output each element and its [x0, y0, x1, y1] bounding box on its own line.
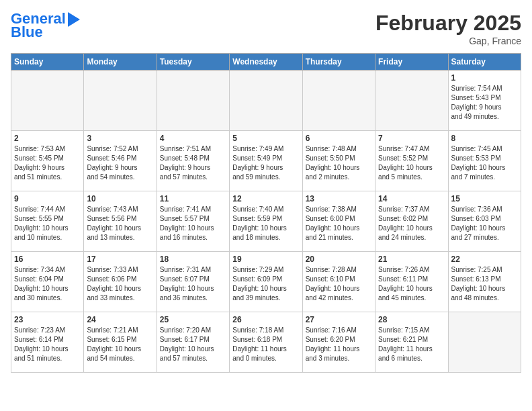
day-number: 23 — [14, 315, 81, 324]
day-number: 9 — [14, 194, 81, 203]
day-info: Sunrise: 7:18 AM Sunset: 6:18 PM Dayligh… — [232, 326, 299, 363]
day-number: 12 — [232, 194, 299, 203]
day-cell: 4Sunrise: 7:51 AM Sunset: 5:48 PM Daylig… — [157, 131, 229, 191]
logo-arrow-icon — [68, 12, 80, 27]
col-header-sunday: Sunday — [11, 54, 84, 71]
day-number: 24 — [87, 315, 153, 324]
day-cell: 18Sunrise: 7:31 AM Sunset: 6:07 PM Dayli… — [157, 252, 229, 312]
day-cell — [230, 71, 302, 131]
day-info: Sunrise: 7:53 AM Sunset: 5:45 PM Dayligh… — [14, 144, 81, 182]
day-info: Sunrise: 7:29 AM Sunset: 6:09 PM Dayligh… — [232, 265, 299, 303]
day-info: Sunrise: 7:25 AM Sunset: 6:13 PM Dayligh… — [451, 265, 518, 303]
day-info: Sunrise: 7:26 AM Sunset: 6:11 PM Dayligh… — [378, 265, 445, 303]
day-cell: 28Sunrise: 7:15 AM Sunset: 6:21 PM Dayli… — [375, 312, 448, 373]
page-header: General Blue February 2025 Gap, France — [11, 11, 521, 46]
week-row-1: 1Sunrise: 7:54 AM Sunset: 5:43 PM Daylig… — [11, 71, 521, 131]
day-info: Sunrise: 7:37 AM Sunset: 6:02 PM Dayligh… — [378, 205, 445, 242]
day-cell: 24Sunrise: 7:21 AM Sunset: 6:15 PM Dayli… — [84, 312, 157, 373]
day-number: 4 — [160, 134, 226, 143]
day-cell — [11, 71, 84, 131]
day-info: Sunrise: 7:43 AM Sunset: 5:56 PM Dayligh… — [87, 205, 153, 242]
day-number: 26 — [232, 315, 299, 324]
day-cell: 23Sunrise: 7:23 AM Sunset: 6:14 PM Dayli… — [11, 312, 84, 373]
col-header-thursday: Thursday — [302, 54, 375, 71]
week-row-4: 16Sunrise: 7:34 AM Sunset: 6:04 PM Dayli… — [11, 252, 521, 312]
day-cell: 8Sunrise: 7:45 AM Sunset: 5:53 PM Daylig… — [448, 131, 521, 191]
day-info: Sunrise: 7:52 AM Sunset: 5:46 PM Dayligh… — [87, 144, 153, 182]
day-number: 6 — [306, 134, 372, 143]
day-cell: 13Sunrise: 7:38 AM Sunset: 6:00 PM Dayli… — [302, 191, 375, 252]
day-info: Sunrise: 7:48 AM Sunset: 5:50 PM Dayligh… — [306, 144, 372, 182]
day-info: Sunrise: 7:45 AM Sunset: 5:53 PM Dayligh… — [451, 144, 518, 182]
day-cell: 5Sunrise: 7:49 AM Sunset: 5:49 PM Daylig… — [230, 131, 302, 191]
col-header-saturday: Saturday — [448, 54, 521, 71]
day-cell: 21Sunrise: 7:26 AM Sunset: 6:11 PM Dayli… — [375, 252, 448, 312]
day-info: Sunrise: 7:15 AM Sunset: 6:21 PM Dayligh… — [378, 326, 445, 363]
day-cell — [84, 71, 157, 131]
day-info: Sunrise: 7:54 AM Sunset: 5:43 PM Dayligh… — [451, 84, 518, 122]
day-cell: 27Sunrise: 7:16 AM Sunset: 6:20 PM Dayli… — [302, 312, 375, 373]
day-info: Sunrise: 7:33 AM Sunset: 6:06 PM Dayligh… — [87, 265, 153, 303]
day-number: 28 — [378, 315, 445, 324]
day-number: 17 — [87, 255, 153, 264]
day-number: 22 — [451, 255, 518, 264]
day-cell: 2Sunrise: 7:53 AM Sunset: 5:45 PM Daylig… — [11, 131, 84, 191]
day-cell: 7Sunrise: 7:47 AM Sunset: 5:52 PM Daylig… — [375, 131, 448, 191]
day-cell: 22Sunrise: 7:25 AM Sunset: 6:13 PM Dayli… — [448, 252, 521, 312]
day-cell — [375, 71, 448, 131]
day-info: Sunrise: 7:20 AM Sunset: 6:17 PM Dayligh… — [160, 326, 226, 363]
col-header-wednesday: Wednesday — [230, 54, 302, 71]
week-row-3: 9Sunrise: 7:44 AM Sunset: 5:55 PM Daylig… — [11, 191, 521, 252]
day-info: Sunrise: 7:31 AM Sunset: 6:07 PM Dayligh… — [160, 265, 226, 303]
day-info: Sunrise: 7:23 AM Sunset: 6:14 PM Dayligh… — [14, 326, 81, 363]
day-info: Sunrise: 7:28 AM Sunset: 6:10 PM Dayligh… — [306, 265, 372, 303]
day-cell: 15Sunrise: 7:36 AM Sunset: 6:03 PM Dayli… — [448, 191, 521, 252]
day-cell: 6Sunrise: 7:48 AM Sunset: 5:50 PM Daylig… — [302, 131, 375, 191]
day-number: 27 — [306, 315, 372, 324]
day-cell: 12Sunrise: 7:40 AM Sunset: 5:59 PM Dayli… — [230, 191, 302, 252]
logo-blue: Blue — [11, 24, 43, 40]
day-number: 20 — [306, 255, 372, 264]
location: Gap, France — [375, 36, 521, 46]
day-info: Sunrise: 7:49 AM Sunset: 5:49 PM Dayligh… — [232, 144, 299, 182]
day-cell — [448, 312, 521, 373]
week-row-2: 2Sunrise: 7:53 AM Sunset: 5:45 PM Daylig… — [11, 131, 521, 191]
day-number: 25 — [160, 315, 226, 324]
day-number: 5 — [232, 134, 299, 143]
day-cell: 19Sunrise: 7:29 AM Sunset: 6:09 PM Dayli… — [230, 252, 302, 312]
day-number: 15 — [451, 194, 518, 203]
day-cell — [157, 71, 229, 131]
day-number: 21 — [378, 255, 445, 264]
day-cell: 16Sunrise: 7:34 AM Sunset: 6:04 PM Dayli… — [11, 252, 84, 312]
day-cell: 11Sunrise: 7:41 AM Sunset: 5:57 PM Dayli… — [157, 191, 229, 252]
col-header-tuesday: Tuesday — [157, 54, 229, 71]
day-cell: 1Sunrise: 7:54 AM Sunset: 5:43 PM Daylig… — [448, 71, 521, 131]
day-info: Sunrise: 7:40 AM Sunset: 5:59 PM Dayligh… — [232, 205, 299, 242]
day-cell: 20Sunrise: 7:28 AM Sunset: 6:10 PM Dayli… — [302, 252, 375, 312]
day-info: Sunrise: 7:44 AM Sunset: 5:55 PM Dayligh… — [14, 205, 81, 242]
day-cell — [302, 71, 375, 131]
calendar-table: SundayMondayTuesdayWednesdayThursdayFrid… — [11, 53, 521, 373]
month-title: February 2025 — [375, 11, 521, 36]
day-number: 18 — [160, 255, 226, 264]
day-number: 1 — [451, 73, 518, 83]
day-number: 16 — [14, 255, 81, 264]
day-cell: 10Sunrise: 7:43 AM Sunset: 5:56 PM Dayli… — [84, 191, 157, 252]
day-number: 10 — [87, 194, 153, 203]
header-row: SundayMondayTuesdayWednesdayThursdayFrid… — [11, 54, 521, 71]
day-info: Sunrise: 7:47 AM Sunset: 5:52 PM Dayligh… — [378, 144, 445, 182]
day-number: 8 — [451, 134, 518, 143]
title-block: February 2025 Gap, France — [375, 11, 521, 46]
day-info: Sunrise: 7:38 AM Sunset: 6:00 PM Dayligh… — [306, 205, 372, 242]
col-header-monday: Monday — [84, 54, 157, 71]
day-number: 14 — [378, 194, 445, 203]
day-info: Sunrise: 7:41 AM Sunset: 5:57 PM Dayligh… — [160, 205, 226, 242]
day-cell: 26Sunrise: 7:18 AM Sunset: 6:18 PM Dayli… — [230, 312, 302, 373]
day-cell: 14Sunrise: 7:37 AM Sunset: 6:02 PM Dayli… — [375, 191, 448, 252]
day-info: Sunrise: 7:36 AM Sunset: 6:03 PM Dayligh… — [451, 205, 518, 242]
day-info: Sunrise: 7:51 AM Sunset: 5:48 PM Dayligh… — [160, 144, 226, 182]
day-number: 3 — [87, 134, 153, 143]
day-cell: 25Sunrise: 7:20 AM Sunset: 6:17 PM Dayli… — [157, 312, 229, 373]
day-number: 11 — [160, 194, 226, 203]
week-row-5: 23Sunrise: 7:23 AM Sunset: 6:14 PM Dayli… — [11, 312, 521, 373]
